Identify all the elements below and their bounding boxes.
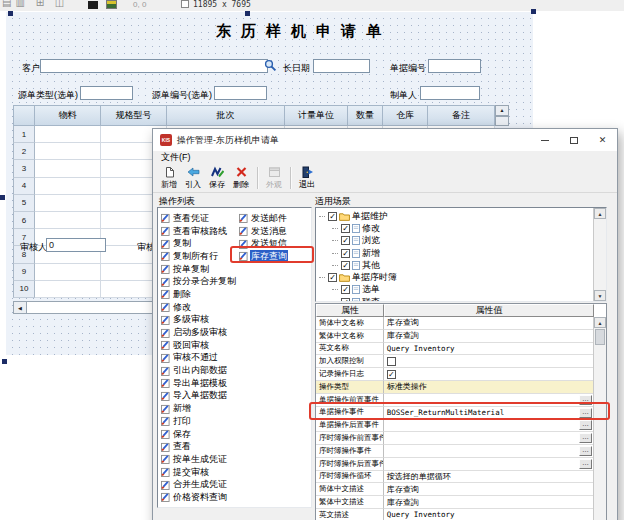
scroll-up-icon[interactable]: ▲ — [594, 208, 606, 219]
tree-node[interactable]: ✓单据序时簿 — [319, 271, 592, 283]
ops-list-item[interactable]: 按单复制 — [161, 263, 237, 276]
ops-list-item[interactable]: 提交审核 — [161, 466, 237, 479]
ellipsis-button[interactable]: … — [579, 395, 592, 405]
ellipsis-button[interactable]: … — [579, 420, 592, 430]
grid-vscrollbar[interactable]: ▲ — [593, 317, 606, 520]
ellipsis-button[interactable]: … — [579, 446, 592, 456]
tree-checkbox[interactable]: ✓ — [341, 261, 350, 270]
src-no-input[interactable] — [214, 86, 267, 100]
ops-list-item[interactable]: 查看凭证 — [161, 212, 237, 225]
tree-vscrollbar[interactable]: ▲ ▼ — [593, 208, 606, 301]
import-button[interactable]: 引入 — [181, 164, 205, 192]
tree-node[interactable]: ✓新增 — [319, 247, 592, 259]
property-value-cell[interactable]: Query Inventory — [384, 343, 593, 356]
ellipsis-button[interactable]: … — [579, 459, 592, 469]
ops-listbox[interactable]: 查看凭证查看审核路线复制复制所有行按单复制按分录合并复制删除修改多级审核启动多级… — [157, 207, 312, 508]
tree-checkbox[interactable]: ✓ — [341, 236, 350, 245]
maker-input[interactable] — [420, 86, 480, 100]
property-value-cell[interactable]: 庫存查詢 — [384, 496, 593, 509]
ops-list-item[interactable]: 查看 — [161, 440, 237, 453]
property-value-cell[interactable]: ✓ — [384, 368, 593, 381]
ops-list-item[interactable]: 发送消息 — [239, 225, 311, 238]
property-value-cell[interactable]: … — [384, 394, 593, 407]
scroll-thumb[interactable] — [495, 116, 509, 127]
ops-list-item[interactable]: 引出内部数据 — [161, 364, 237, 377]
exit-button[interactable]: 退出 — [295, 164, 319, 192]
tree-node[interactable]: ✓选单 — [319, 284, 592, 296]
auditor-input[interactable]: 0 — [46, 238, 106, 252]
property-value-cell[interactable]: … — [384, 458, 593, 471]
ops-list-item[interactable]: 打印 — [161, 415, 237, 428]
detail-grid-vscrollbar[interactable]: ▲ — [495, 105, 509, 126]
menu-file[interactable]: 文件(F) — [161, 151, 191, 164]
dialog-titlebar[interactable]: KIS 操作管理-东历样机申请单 ✕ — [153, 129, 617, 151]
tree-checkbox[interactable]: ✓ — [341, 298, 350, 302]
property-value-cell[interactable]: 标准类操作 — [384, 381, 593, 394]
property-value-cell[interactable] — [384, 355, 593, 368]
property-value-cell[interactable]: BOSSer_ReturnMultiMaterial… — [384, 407, 593, 420]
scroll-up-icon[interactable]: ▲ — [495, 105, 509, 116]
scroll-down-icon[interactable]: ▼ — [594, 290, 606, 301]
ops-list-item[interactable]: 导出单据模板 — [161, 377, 237, 390]
maximize-button[interactable] — [559, 129, 588, 151]
selection-handle[interactable] — [245, 11, 250, 16]
property-value-cell[interactable]: 庫存查詢 — [384, 330, 593, 343]
long-date-input[interactable] — [313, 59, 370, 73]
property-value-cell[interactable]: … — [384, 445, 593, 458]
ops-list-item[interactable]: 查看审核路线 — [161, 225, 237, 238]
ops-list-item[interactable]: 导入单据数据 — [161, 390, 237, 403]
tree-node[interactable]: ✓联查 — [319, 296, 592, 302]
scroll-left-icon[interactable]: ◀ — [13, 301, 27, 314]
new-button[interactable]: 新增 — [157, 164, 181, 192]
doc-no-input[interactable] — [428, 59, 481, 73]
save-button[interactable]: 保存 — [205, 164, 229, 192]
selection-handle[interactable] — [531, 9, 536, 14]
delete-button[interactable]: 删除 — [229, 164, 253, 192]
ellipsis-button[interactable]: … — [579, 408, 592, 418]
property-value-cell[interactable]: 库存查询 — [384, 317, 593, 330]
tree-node[interactable]: ✓修改 — [319, 222, 592, 234]
selection-handle[interactable] — [0, 195, 5, 200]
selection-handle[interactable] — [2, 359, 7, 364]
ops-list-item[interactable]: 启动多级审核 — [161, 326, 237, 339]
scene-tree[interactable]: ✓单据维护✓修改✓浏览✓新增✓其他✓单据序时簿✓选单✓联查 ▲ ▼ — [315, 207, 607, 302]
ellipsis-button[interactable]: … — [579, 433, 592, 443]
ops-list-item[interactable]: 发送短信 — [239, 237, 311, 250]
ops-list-item[interactable]: 多级审核 — [161, 314, 237, 327]
ops-list-item[interactable]: 复制 — [161, 237, 237, 250]
tree-checkbox[interactable]: ✓ — [341, 285, 350, 294]
ops-list-item[interactable]: 合并生成凭证 — [161, 478, 237, 491]
ops-list-item[interactable]: 审核不通过 — [161, 352, 237, 365]
property-value-cell[interactable]: … — [384, 419, 593, 432]
customer-lookup-icon[interactable] — [264, 59, 277, 72]
minimize-button[interactable] — [530, 129, 559, 151]
ops-list-item[interactable]: 保存 — [161, 428, 237, 441]
ops-list-item[interactable]: 库存查询 — [239, 250, 311, 263]
property-value-cell[interactable]: 库存查询 — [384, 483, 593, 496]
tree-node[interactable]: ✓单据维护 — [319, 210, 592, 222]
src-type-input[interactable] — [80, 86, 133, 100]
value-checkbox[interactable]: ✓ — [387, 370, 396, 379]
ops-list-item[interactable]: 修改 — [161, 301, 237, 314]
property-value-cell[interactable]: 按选择的单据循环 — [384, 471, 593, 484]
ops-list-item[interactable]: 复制所有行 — [161, 250, 237, 263]
ops-list-item[interactable]: 价格资料查询 — [161, 491, 237, 504]
property-value-cell[interactable]: … — [384, 432, 593, 445]
close-button[interactable]: ✕ — [588, 129, 617, 151]
property-grid[interactable]: 属性 属性值 简体中文名称库存查询繁体中文名称庫存查詢英文名称Query Inv… — [315, 303, 607, 520]
tree-checkbox[interactable]: ✓ — [328, 273, 337, 282]
ops-list-item[interactable]: 驳回审核 — [161, 339, 237, 352]
ops-list-item[interactable]: 删除 — [161, 288, 237, 301]
property-value-cell[interactable]: Query Inventory — [384, 509, 593, 520]
tree-node[interactable]: ✓其他 — [319, 259, 592, 271]
tree-node[interactable]: ✓浏览 — [319, 235, 592, 247]
ops-list-item[interactable]: 按单生成凭证 — [161, 453, 237, 466]
selection-handle[interactable] — [8, 11, 13, 16]
customer-input[interactable] — [40, 59, 268, 73]
tree-checkbox[interactable]: ✓ — [328, 212, 337, 221]
ops-list-item[interactable]: 发送邮件 — [239, 212, 311, 225]
tree-checkbox[interactable]: ✓ — [341, 224, 350, 233]
scroll-up-icon[interactable]: ▲ — [594, 317, 606, 328]
tree-checkbox[interactable]: ✓ — [341, 249, 350, 258]
scroll-thumb[interactable] — [595, 329, 605, 345]
